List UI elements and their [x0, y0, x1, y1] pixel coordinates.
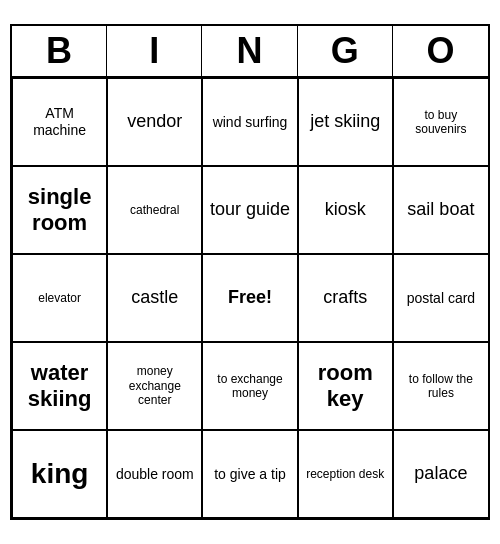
header-g: G	[298, 26, 393, 76]
bingo-cell[interactable]: wind surfing	[202, 78, 297, 166]
bingo-cell[interactable]: vendor	[107, 78, 202, 166]
bingo-cell[interactable]: palace	[393, 430, 488, 518]
bingo-cell[interactable]: cathedral	[107, 166, 202, 254]
header-b: B	[12, 26, 107, 76]
bingo-cell[interactable]: to exchange money	[202, 342, 297, 430]
bingo-cell[interactable]: to buy souvenirs	[393, 78, 488, 166]
header-n: N	[202, 26, 297, 76]
bingo-cell[interactable]: money exchange center	[107, 342, 202, 430]
bingo-grid: ATM machinevendorwind surfingjet skiingt…	[12, 78, 488, 518]
header-i: I	[107, 26, 202, 76]
bingo-cell[interactable]: water skiing	[12, 342, 107, 430]
header-o: O	[393, 26, 488, 76]
bingo-cell[interactable]: castle	[107, 254, 202, 342]
bingo-cell[interactable]: tour guide	[202, 166, 297, 254]
bingo-cell[interactable]: sail boat	[393, 166, 488, 254]
bingo-cell[interactable]: jet skiing	[298, 78, 393, 166]
bingo-cell[interactable]: to give a tip	[202, 430, 297, 518]
bingo-cell[interactable]: crafts	[298, 254, 393, 342]
bingo-cell[interactable]: reception desk	[298, 430, 393, 518]
bingo-cell[interactable]: kiosk	[298, 166, 393, 254]
bingo-cell[interactable]: king	[12, 430, 107, 518]
bingo-cell[interactable]: room key	[298, 342, 393, 430]
bingo-cell[interactable]: elevator	[12, 254, 107, 342]
bingo-cell[interactable]: single room	[12, 166, 107, 254]
bingo-cell[interactable]: double room	[107, 430, 202, 518]
bingo-card: B I N G O ATM machinevendorwind surfingj…	[10, 24, 490, 520]
bingo-header: B I N G O	[12, 26, 488, 78]
bingo-cell[interactable]: Free!	[202, 254, 297, 342]
bingo-cell[interactable]: ATM machine	[12, 78, 107, 166]
bingo-cell[interactable]: postal card	[393, 254, 488, 342]
bingo-cell[interactable]: to follow the rules	[393, 342, 488, 430]
